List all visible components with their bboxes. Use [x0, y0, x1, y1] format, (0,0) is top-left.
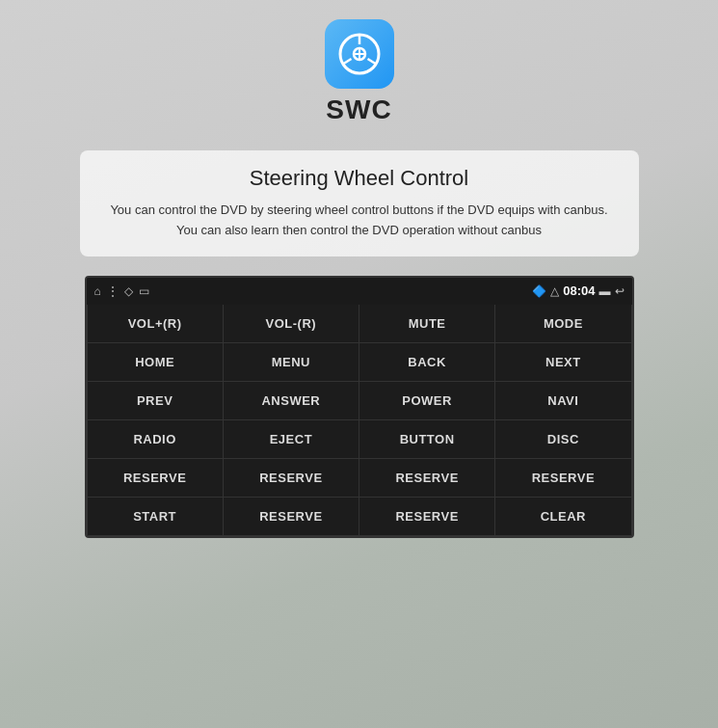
content-wrapper: SWC Steering Wheel Control You can contr…	[0, 0, 718, 538]
grid-cell[interactable]: VOL-(R)	[223, 305, 359, 343]
grid-cell[interactable]: HOME	[87, 342, 223, 381]
table-row: RESERVERESERVERESERVERESERVE	[87, 458, 631, 497]
table-row: HOMEMENUBACKNEXT	[87, 342, 631, 381]
grid-cell[interactable]: NAVI	[495, 381, 631, 419]
grid-cell[interactable]: RESERVE	[87, 458, 223, 497]
app-icon	[325, 19, 394, 89]
status-time: 08:04	[563, 283, 595, 298]
grid-cell[interactable]: MUTE	[359, 305, 495, 343]
image-icon: ▭	[139, 284, 149, 298]
app-title: SWC	[326, 94, 391, 125]
status-bar-left: ⌂ ⋮ ◇ ▭	[94, 284, 149, 298]
grid-cell[interactable]: RESERVE	[223, 497, 359, 535]
status-bar: ⌂ ⋮ ◇ ▭ 🔷 △ 08:04 ▬ ↩	[87, 278, 632, 305]
section-title: Steering Wheel Control	[109, 166, 610, 191]
grid-cell[interactable]: POWER	[359, 381, 495, 419]
grid-cell[interactable]: BACK	[359, 342, 495, 381]
app-icon-section: SWC	[325, 19, 394, 125]
status-bar-right: 🔷 △ 08:04 ▬ ↩	[532, 283, 624, 298]
back-icon: ↩	[615, 284, 625, 298]
table-row: VOL+(R)VOL-(R)MUTEMODE	[87, 305, 631, 343]
grid-cell[interactable]: DISC	[495, 419, 631, 458]
brightness-icon: ◇	[124, 284, 133, 298]
grid-cell[interactable]: RADIO	[87, 419, 223, 458]
table-row: PREVANSWERPOWERNAVI	[87, 381, 631, 419]
table-row: RADIOEJECTBUTTONDISC	[87, 419, 631, 458]
grid-cell[interactable]: MENU	[223, 342, 359, 381]
grid-cell[interactable]: PREV	[87, 381, 223, 419]
grid-cell[interactable]: NEXT	[495, 342, 631, 381]
grid-cell[interactable]: RESERVE	[359, 497, 495, 535]
grid-cell[interactable]: MODE	[495, 305, 631, 343]
grid-cell[interactable]: ANSWER	[223, 381, 359, 419]
grid-cell[interactable]: RESERVE	[359, 458, 495, 497]
home-icon: ⌂	[94, 284, 101, 298]
section-description: You can control the DVD by steering whee…	[109, 201, 610, 241]
svg-line-3	[367, 59, 375, 64]
swc-grid: VOL+(R)VOL-(R)MUTEMODEHOMEMENUBACKNEXTPR…	[87, 305, 632, 536]
menu-dots-icon: ⋮	[107, 284, 119, 298]
signal-icon: △	[550, 284, 559, 298]
grid-cell[interactable]: VOL+(R)	[87, 305, 223, 343]
battery-icon: ▬	[599, 284, 611, 298]
grid-cell[interactable]: BUTTON	[359, 419, 495, 458]
grid-cell[interactable]: EJECT	[223, 419, 359, 458]
grid-cell[interactable]: CLEAR	[495, 497, 631, 535]
svg-line-2	[343, 59, 351, 64]
steering-wheel-icon	[336, 31, 383, 77]
grid-cell[interactable]: RESERVE	[223, 458, 359, 497]
bluetooth-icon: 🔷	[532, 284, 546, 298]
device-screen: ⌂ ⋮ ◇ ▭ 🔷 △ 08:04 ▬ ↩ VOL+(R)VOL-(R)MUTE…	[85, 276, 634, 538]
grid-cell[interactable]: START	[87, 497, 223, 535]
grid-cell[interactable]: RESERVE	[495, 458, 631, 497]
table-row: STARTRESERVERESERVECLEAR	[87, 497, 631, 535]
description-section: Steering Wheel Control You can control t…	[80, 150, 639, 256]
